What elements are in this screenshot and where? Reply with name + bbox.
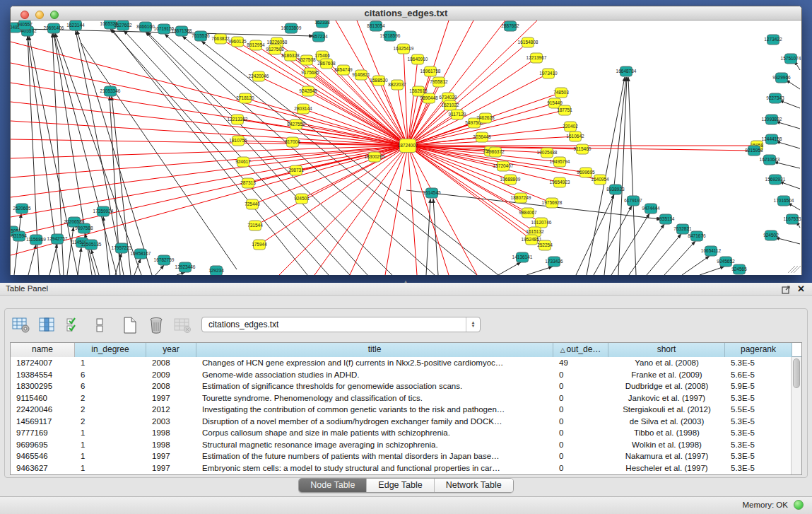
table-vertical-scrollbar[interactable]: [791, 357, 801, 474]
graph-node-label: 9146821: [352, 72, 370, 77]
graph-node-label: 17957223: [112, 245, 132, 250]
graph-node-label: 19495794: [550, 159, 570, 164]
resize-grip-icon[interactable]: [788, 266, 801, 273]
tab-edge-table[interactable]: Edge Table: [367, 479, 434, 492]
column-header-title[interactable]: title: [196, 343, 553, 357]
cell-short: Wolkin et al. (1998): [608, 439, 725, 451]
graph-node-label: 8822037: [388, 82, 406, 87]
cell-year: 2008: [146, 357, 196, 369]
cell-out_de: 0: [553, 416, 608, 428]
table-row[interactable]: 1830029562008Estimation of significance …: [11, 380, 792, 392]
column-select-icon[interactable]: [37, 316, 57, 334]
graph-node-label: 2036448: [473, 134, 491, 139]
graph-node-label: 19654923: [550, 180, 570, 185]
graph-node-label: 16033809: [281, 25, 302, 30]
table-row[interactable]: 946554611997Estimation of the future num…: [11, 450, 792, 462]
cell-in_degree: 6: [75, 380, 146, 392]
row-check-icon[interactable]: [64, 316, 83, 334]
new-table-icon[interactable]: [120, 316, 140, 334]
graph-node-label: 8454749: [334, 67, 353, 72]
graph-node-label: 924565: [731, 267, 747, 271]
delete-row-icon[interactable]: [146, 316, 166, 334]
graph-node-label: 817004: [285, 139, 300, 144]
table-row[interactable]: 946362711997Embryonic stem cells: a mode…: [11, 462, 792, 474]
graph-node-label: 287313: [240, 180, 256, 185]
graph-node-label: 19218596: [380, 33, 401, 38]
rows-icon[interactable]: [90, 316, 110, 334]
table-row[interactable]: 1938455462009Genome-wide association stu…: [11, 369, 792, 381]
graph-node-label: 1610642: [566, 134, 584, 139]
graph-node-label: 10654112: [701, 248, 722, 253]
graph-node-label: 16648784: [616, 69, 637, 74]
graph-node-label: 8427552: [287, 122, 305, 127]
table-row[interactable]: 969969511998Structural magnetic resonanc…: [11, 439, 792, 451]
cell-name: 9115460: [11, 392, 75, 404]
graph-node-label: 9245652: [717, 259, 735, 264]
table-row[interactable]: 977716911998Corpus callosum shape and si…: [11, 427, 792, 439]
cell-title: Changes of HCN gene expression and I(f) …: [196, 357, 553, 369]
cell-pagerank: 5.3E-5: [725, 416, 792, 428]
network-view-window[interactable]: citations_edges.txt 94055722069140616231…: [10, 6, 802, 275]
graph-node-label: 9890448: [420, 95, 438, 100]
cell-out_de: 0: [553, 369, 608, 381]
graph-node-label: 2803144: [294, 106, 312, 111]
table-header-row[interactable]: namein_degreeyeartitle△out_de…shortpager…: [11, 343, 801, 357]
graph-node-label: 924502: [763, 233, 779, 238]
graph-node-label: 2935114: [657, 216, 675, 221]
graph-node-label: 6734028: [439, 95, 457, 100]
node-table[interactable]: namein_degreeyeartitle△out_de…shortpager…: [10, 342, 802, 475]
column-header-short[interactable]: short: [608, 343, 725, 357]
table-toolbar: f(x): [11, 315, 218, 335]
column-header-name[interactable]: name: [11, 343, 75, 357]
cell-name: 9465546: [11, 450, 75, 462]
close-panel-icon[interactable]: ✕: [797, 284, 805, 295]
tab-network-table[interactable]: Network Table: [435, 479, 513, 492]
table-row[interactable]: 1872400712008Changes of HCN gene express…: [11, 357, 792, 369]
graph-node-label: 2718120: [236, 95, 254, 100]
delete-table-icon[interactable]: [172, 316, 192, 334]
graph-node-label: 924501: [294, 196, 310, 201]
cell-year: 2012: [146, 404, 196, 416]
cell-short: Nakamura et al. (1997): [608, 450, 725, 462]
column-header-in_degree[interactable]: in_degree: [75, 343, 146, 357]
graph-node-label: 16961758: [420, 69, 441, 74]
cell-out_de: 0: [553, 380, 608, 392]
cell-title: Tourette syndrome. Phenomenology and cla…: [196, 392, 553, 404]
graph-node-label: 16325419: [394, 46, 414, 51]
scrollbar-thumb[interactable]: [793, 358, 800, 388]
graph-node-label: 1623144: [66, 23, 85, 28]
cell-out_de: 0: [553, 462, 608, 474]
cell-pagerank: 5.3E-5: [725, 427, 792, 439]
graph-node-label: 10025488: [537, 150, 558, 155]
graph-node-label: 12505135: [81, 242, 102, 247]
graph-node-label: 19756928: [542, 200, 563, 205]
cell-name: 18724007: [11, 357, 75, 369]
tab-node-table[interactable]: Node Table: [299, 479, 367, 492]
cell-short: Stergiakouli et al. (2012): [608, 404, 725, 416]
graph-node-label: 1973410: [539, 71, 558, 76]
float-panel-icon[interactable]: [782, 285, 791, 294]
table-body[interactable]: 1872400712008Changes of HCN gene express…: [11, 357, 792, 474]
table-row[interactable]: 911546021997Tourette syndrome. Phenomeno…: [11, 392, 792, 404]
graph-node-label: 9329966: [772, 75, 791, 80]
column-header-year[interactable]: year: [146, 343, 196, 357]
column-header-out_de[interactable]: △out_de…: [553, 343, 608, 357]
table-settings-icon[interactable]: [11, 316, 31, 334]
cell-out_de: 0: [553, 427, 608, 439]
graph-node-label: 298731: [288, 168, 304, 173]
column-header-pagerank[interactable]: pagerank: [725, 343, 792, 357]
window-titlebar[interactable]: citations_edges.txt: [11, 6, 801, 21]
table-source-dropdown[interactable]: citations_edges.txt ▲▼: [201, 317, 481, 332]
graph-node-label: 14136141: [512, 255, 533, 259]
graph-node-label: 8186328: [281, 53, 300, 58]
table-row[interactable]: 1456911722003Disruption of a novel membe…: [11, 416, 792, 428]
memory-ok-light[interactable]: [794, 500, 804, 510]
graph-node-label: 22420046: [249, 74, 269, 78]
cell-name: 9777169: [11, 427, 75, 439]
network-canvas[interactable]: 9405572206914061623144106532871527602846…: [11, 21, 801, 275]
cell-year: 2008: [146, 380, 196, 392]
graph-node-label: 18640910: [408, 57, 428, 62]
pane-splitter-handle[interactable]: ▴: [401, 279, 411, 284]
table-row[interactable]: 2242004622012Investigating the contribut…: [11, 404, 792, 416]
graph-node-label: 748503: [553, 90, 569, 95]
